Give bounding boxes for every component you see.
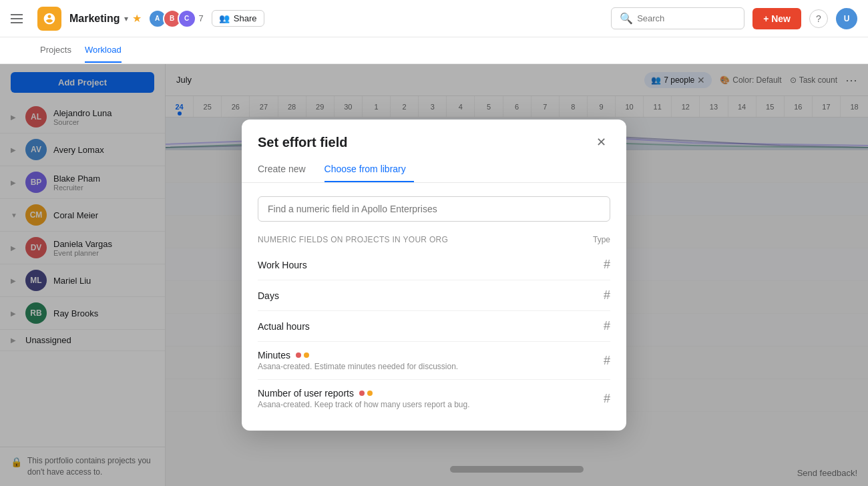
avatar-count: 7 (199, 13, 204, 23)
share-icon: 👥 (219, 13, 230, 23)
field-name: Minutes (258, 350, 458, 360)
modal-title: Set effort field (258, 135, 347, 150)
section-type-label: Type (593, 235, 610, 244)
tab-workload[interactable]: Workload (85, 38, 122, 63)
field-item-actual-hours[interactable]: Actual hours # (258, 311, 610, 342)
field-name: Days (258, 290, 279, 301)
field-item-work-hours[interactable]: Work Hours # (258, 250, 610, 280)
tab-projects[interactable]: Projects (40, 38, 71, 63)
modal-overlay: Set effort field ✕ Create new Choose fro… (0, 64, 868, 486)
avatar-3[interactable]: C (178, 9, 196, 28)
field-name: Actual hours (258, 321, 310, 332)
topnav: Marketing ▾ ★ A B C 7 👥 Share 🔍 + New ? … (0, 0, 868, 37)
favorite-star-icon[interactable]: ★ (132, 12, 142, 25)
section-label: Numeric fields on projects in your org (258, 235, 448, 244)
field-description: Asana-created. Keep track of how many us… (258, 400, 470, 409)
share-label: Share (234, 13, 257, 23)
field-name: Work Hours (258, 260, 307, 270)
hash-icon: # (604, 319, 610, 333)
search-icon: 🔍 (620, 12, 633, 25)
app-title: Marketing (69, 13, 120, 25)
modal-section-header: Numeric fields on projects in your org T… (258, 235, 610, 247)
hash-icon: # (604, 288, 610, 302)
hash-icon: # (604, 354, 610, 368)
field-item-minutes[interactable]: Minutes Asana-created. Estimate minutes … (258, 342, 610, 380)
title-chevron-icon[interactable]: ▾ (124, 14, 128, 23)
app-logo (37, 7, 61, 31)
search-input[interactable] (637, 13, 730, 23)
app-title-area: Marketing ▾ ★ (69, 12, 142, 25)
field-description: Asana-created. Estimate minutes needed f… (258, 362, 458, 371)
new-button[interactable]: + New (752, 8, 801, 29)
share-button[interactable]: 👥 Share (212, 10, 264, 27)
menu-icon[interactable] (11, 9, 29, 28)
modal-header: Set effort field ✕ (242, 119, 626, 152)
tab-create-new[interactable]: Create new (258, 157, 314, 182)
modal-tabs: Create new Choose from library (242, 157, 626, 183)
field-item-days[interactable]: Days # (258, 280, 610, 311)
help-button[interactable]: ? (809, 9, 828, 28)
main-body: Add Project ▶ AL Alejandro Luna Sourcer … (0, 64, 868, 486)
user-avatar[interactable]: U (836, 8, 857, 29)
library-search-input[interactable] (258, 196, 610, 222)
modal-close-button[interactable]: ✕ (592, 133, 610, 152)
modal-body: Numeric fields on projects in your org T… (242, 183, 626, 431)
asana-badge (294, 352, 309, 358)
field-name: Number of user reports (258, 388, 470, 399)
hash-icon: # (604, 258, 610, 272)
tab-choose-from-library[interactable]: Choose from library (324, 157, 414, 182)
set-effort-modal: Set effort field ✕ Create new Choose fro… (242, 119, 626, 431)
hash-icon: # (604, 392, 610, 406)
subnav: Projects Workload (0, 37, 868, 64)
search-bar[interactable]: 🔍 (611, 7, 744, 29)
team-avatars[interactable]: A B C 7 (152, 9, 204, 28)
field-item-user-reports[interactable]: Number of user reports Asana-created. Ke… (258, 380, 610, 417)
asana-badge (358, 391, 373, 396)
